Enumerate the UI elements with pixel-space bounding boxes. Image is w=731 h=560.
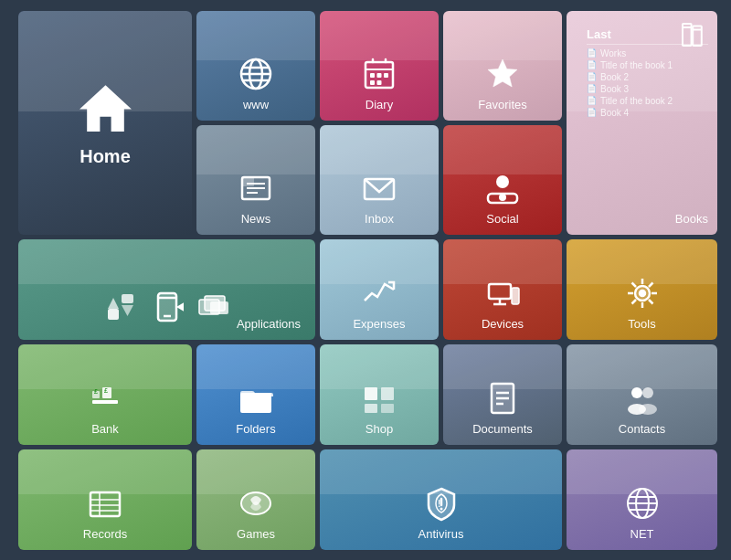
app-icon-2 bbox=[151, 291, 184, 323]
tile-bank[interactable]: £ £ Bank bbox=[18, 344, 192, 445]
tools-label: Tools bbox=[628, 317, 655, 331]
app-icon-3 bbox=[197, 291, 230, 323]
tile-contacts[interactable]: Contacts bbox=[567, 344, 717, 445]
records-icon bbox=[87, 485, 123, 522]
svg-rect-14 bbox=[377, 80, 382, 85]
svg-rect-28 bbox=[122, 294, 133, 303]
expenses-icon bbox=[361, 275, 397, 312]
app-icons-group bbox=[104, 291, 230, 323]
books-item-3: 📄 Book 2 bbox=[587, 72, 708, 82]
tile-home[interactable]: Home bbox=[18, 11, 192, 235]
tile-net[interactable]: NET bbox=[567, 449, 717, 550]
tile-favorites[interactable]: Favorites bbox=[443, 11, 562, 121]
tile-applications[interactable]: Applications bbox=[18, 239, 315, 340]
tile-records[interactable]: Records bbox=[18, 449, 192, 550]
svg-point-67 bbox=[639, 404, 657, 415]
file-icon-1: 📄 bbox=[587, 48, 597, 58]
diary-label: Diary bbox=[366, 98, 393, 111]
folders-label: Folders bbox=[236, 422, 275, 436]
svg-point-37 bbox=[496, 175, 509, 188]
home-icon bbox=[76, 78, 135, 137]
shop-label: Shop bbox=[366, 422, 393, 436]
tile-expenses[interactable]: Expenses bbox=[320, 239, 439, 340]
books-item-4: 📄 Book 3 bbox=[587, 84, 708, 94]
file-icon-3: 📄 bbox=[587, 72, 597, 81]
tile-folders[interactable]: Folders bbox=[196, 344, 315, 445]
app-grid: Home www Diary Favorite bbox=[18, 11, 713, 550]
diary-icon bbox=[361, 56, 397, 92]
tile-www[interactable]: www bbox=[196, 11, 315, 121]
applications-label: Applications bbox=[237, 317, 301, 331]
svg-point-64 bbox=[631, 387, 642, 398]
svg-marker-0 bbox=[79, 85, 132, 132]
svg-line-51 bbox=[649, 300, 653, 304]
svg-rect-60 bbox=[365, 387, 377, 400]
svg-line-53 bbox=[631, 300, 636, 304]
svg-line-52 bbox=[649, 282, 653, 287]
inbox-icon bbox=[361, 170, 397, 206]
file-icon-6: 📄 bbox=[587, 108, 597, 117]
favorites-icon bbox=[484, 56, 521, 92]
contacts-icon bbox=[624, 380, 661, 417]
folders-icon bbox=[238, 380, 274, 417]
tile-inbox[interactable]: Inbox bbox=[320, 125, 439, 235]
svg-point-45 bbox=[640, 291, 645, 296]
tile-antivirus[interactable]: ! Antivirus bbox=[320, 449, 562, 550]
antivirus-icon: ! bbox=[423, 485, 460, 522]
svg-marker-15 bbox=[488, 59, 517, 87]
books-item-5: 📄 Title of the book 2 bbox=[587, 96, 708, 106]
books-item-2: 📄 Title of the book 1 bbox=[587, 60, 708, 70]
svg-text:£: £ bbox=[94, 388, 98, 395]
shop-icon bbox=[361, 380, 397, 417]
documents-label: Documents bbox=[472, 422, 533, 436]
svg-text:£: £ bbox=[104, 387, 108, 394]
tile-games[interactable]: Games bbox=[196, 449, 315, 550]
svg-rect-63 bbox=[381, 404, 394, 413]
svg-rect-26 bbox=[108, 309, 119, 320]
www-icon bbox=[238, 56, 274, 92]
svg-rect-10 bbox=[370, 73, 375, 78]
news-label: News bbox=[241, 212, 271, 226]
news-icon bbox=[238, 170, 274, 206]
svg-point-65 bbox=[642, 387, 653, 398]
tile-news[interactable]: News bbox=[196, 125, 315, 235]
svg-rect-13 bbox=[370, 80, 375, 85]
games-icon bbox=[238, 485, 274, 522]
inbox-label: Inbox bbox=[365, 212, 394, 226]
tools-icon bbox=[624, 275, 661, 312]
svg-rect-43 bbox=[512, 288, 519, 304]
devices-icon bbox=[484, 275, 521, 312]
tile-devices[interactable]: Devices bbox=[443, 239, 562, 340]
svg-point-39 bbox=[499, 194, 506, 201]
tile-books[interactable]: Last 📄 Works 📄 Title of the book 1 📄 Boo… bbox=[567, 11, 717, 235]
svg-point-79 bbox=[440, 507, 442, 510]
books-item-6: 📄 Book 4 bbox=[587, 108, 708, 118]
file-icon-4: 📄 bbox=[587, 84, 597, 93]
svg-rect-11 bbox=[377, 73, 382, 78]
tile-diary[interactable]: Diary bbox=[320, 11, 439, 121]
bank-icon: £ £ bbox=[87, 380, 123, 417]
tile-shop[interactable]: Shop bbox=[320, 344, 439, 445]
devices-label: Devices bbox=[482, 317, 524, 331]
svg-rect-62 bbox=[365, 404, 377, 413]
contacts-label: Contacts bbox=[619, 422, 665, 436]
social-label: Social bbox=[486, 212, 518, 226]
tile-tools[interactable]: Tools bbox=[567, 239, 717, 340]
tile-documents[interactable]: Documents bbox=[443, 344, 562, 445]
books-content: Last 📄 Works 📄 Title of the book 1 📄 Boo… bbox=[577, 20, 717, 127]
file-icon-5: 📄 bbox=[587, 96, 597, 105]
svg-line-50 bbox=[631, 282, 636, 287]
tile-social[interactable]: Social bbox=[443, 125, 562, 235]
svg-rect-61 bbox=[381, 387, 394, 400]
documents-icon bbox=[484, 380, 521, 417]
favorites-label: Favorites bbox=[478, 98, 526, 111]
net-icon bbox=[624, 485, 661, 522]
books-label: Books bbox=[675, 212, 708, 226]
net-label: NET bbox=[630, 527, 654, 541]
www-label: www bbox=[243, 98, 269, 111]
social-icon bbox=[484, 170, 521, 206]
bank-label: Bank bbox=[91, 422, 119, 436]
app-icon-1 bbox=[104, 291, 137, 323]
games-label: Games bbox=[237, 527, 275, 541]
antivirus-label: Antivirus bbox=[418, 527, 464, 541]
